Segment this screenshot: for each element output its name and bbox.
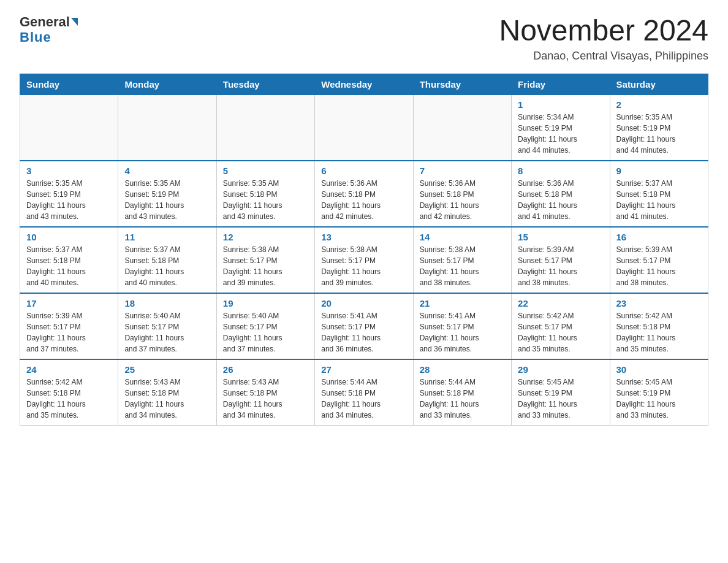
day-info: Sunrise: 5:45 AM Sunset: 5:19 PM Dayligh… xyxy=(616,377,702,421)
day-info: Sunrise: 5:42 AM Sunset: 5:17 PM Dayligh… xyxy=(518,310,603,354)
calendar-week-row: 3Sunrise: 5:35 AM Sunset: 5:19 PM Daylig… xyxy=(20,161,708,227)
calendar-cell: 4Sunrise: 5:35 AM Sunset: 5:19 PM Daylig… xyxy=(118,161,216,227)
calendar-cell: 18Sunrise: 5:40 AM Sunset: 5:17 PM Dayli… xyxy=(118,293,216,359)
day-number: 2 xyxy=(616,99,702,110)
day-info: Sunrise: 5:35 AM Sunset: 5:19 PM Dayligh… xyxy=(26,178,112,222)
calendar-header-friday: Friday xyxy=(512,74,610,94)
day-number: 3 xyxy=(26,166,112,176)
day-number: 11 xyxy=(124,232,210,242)
day-info: Sunrise: 5:43 AM Sunset: 5:18 PM Dayligh… xyxy=(223,377,308,421)
day-number: 19 xyxy=(223,298,308,308)
day-info: Sunrise: 5:42 AM Sunset: 5:18 PM Dayligh… xyxy=(26,377,112,421)
day-number: 5 xyxy=(223,166,308,176)
calendar-header-row: SundayMondayTuesdayWednesdayThursdayFrid… xyxy=(20,74,708,94)
day-number: 1 xyxy=(518,99,603,110)
day-info: Sunrise: 5:45 AM Sunset: 5:19 PM Dayligh… xyxy=(518,377,603,421)
day-info: Sunrise: 5:39 AM Sunset: 5:17 PM Dayligh… xyxy=(616,244,702,288)
calendar-header-tuesday: Tuesday xyxy=(216,74,314,94)
day-number: 10 xyxy=(26,232,112,242)
calendar-week-row: 1Sunrise: 5:34 AM Sunset: 5:19 PM Daylig… xyxy=(20,94,708,161)
day-info: Sunrise: 5:37 AM Sunset: 5:18 PM Dayligh… xyxy=(616,178,702,222)
calendar-cell: 2Sunrise: 5:35 AM Sunset: 5:19 PM Daylig… xyxy=(610,94,708,161)
header: General Blue November 2024 Danao, Centra… xyxy=(20,15,708,63)
calendar-cell: 23Sunrise: 5:42 AM Sunset: 5:18 PM Dayli… xyxy=(610,293,708,359)
calendar-table: SundayMondayTuesdayWednesdayThursdayFrid… xyxy=(20,74,708,426)
calendar-cell: 19Sunrise: 5:40 AM Sunset: 5:17 PM Dayli… xyxy=(216,293,314,359)
calendar-cell: 10Sunrise: 5:37 AM Sunset: 5:18 PM Dayli… xyxy=(20,227,118,293)
calendar-cell: 22Sunrise: 5:42 AM Sunset: 5:17 PM Dayli… xyxy=(512,293,610,359)
day-number: 12 xyxy=(223,232,308,242)
day-info: Sunrise: 5:41 AM Sunset: 5:17 PM Dayligh… xyxy=(321,310,406,354)
calendar-cell xyxy=(216,94,314,161)
day-number: 8 xyxy=(518,166,603,176)
calendar-header-sunday: Sunday xyxy=(20,74,118,94)
logo-bottom-line: Blue xyxy=(20,29,51,45)
calendar-cell: 28Sunrise: 5:44 AM Sunset: 5:18 PM Dayli… xyxy=(413,359,511,426)
day-number: 21 xyxy=(420,298,505,308)
day-info: Sunrise: 5:41 AM Sunset: 5:17 PM Dayligh… xyxy=(420,310,505,354)
calendar-cell: 30Sunrise: 5:45 AM Sunset: 5:19 PM Dayli… xyxy=(610,359,708,426)
calendar-week-row: 17Sunrise: 5:39 AM Sunset: 5:17 PM Dayli… xyxy=(20,293,708,359)
logo-triangle-icon xyxy=(71,18,78,26)
day-info: Sunrise: 5:42 AM Sunset: 5:18 PM Dayligh… xyxy=(616,310,702,354)
calendar-cell: 1Sunrise: 5:34 AM Sunset: 5:19 PM Daylig… xyxy=(512,94,610,161)
day-info: Sunrise: 5:43 AM Sunset: 5:18 PM Dayligh… xyxy=(124,377,210,421)
day-number: 29 xyxy=(518,364,603,375)
calendar-cell xyxy=(118,94,216,161)
calendar-week-row: 10Sunrise: 5:37 AM Sunset: 5:18 PM Dayli… xyxy=(20,227,708,293)
day-info: Sunrise: 5:38 AM Sunset: 5:17 PM Dayligh… xyxy=(321,244,406,288)
day-number: 18 xyxy=(124,298,210,308)
calendar-cell: 3Sunrise: 5:35 AM Sunset: 5:19 PM Daylig… xyxy=(20,161,118,227)
day-info: Sunrise: 5:37 AM Sunset: 5:18 PM Dayligh… xyxy=(26,244,112,288)
calendar-cell: 11Sunrise: 5:37 AM Sunset: 5:18 PM Dayli… xyxy=(118,227,216,293)
calendar-cell: 13Sunrise: 5:38 AM Sunset: 5:17 PM Dayli… xyxy=(315,227,413,293)
day-info: Sunrise: 5:34 AM Sunset: 5:19 PM Dayligh… xyxy=(518,112,603,156)
day-info: Sunrise: 5:35 AM Sunset: 5:18 PM Dayligh… xyxy=(223,178,308,222)
day-number: 7 xyxy=(420,166,505,176)
day-number: 28 xyxy=(420,364,505,375)
day-number: 6 xyxy=(321,166,406,176)
day-number: 20 xyxy=(321,298,406,308)
logo-general: General xyxy=(20,14,78,29)
calendar-header-saturday: Saturday xyxy=(610,74,708,94)
calendar-header-thursday: Thursday xyxy=(413,74,511,94)
day-info: Sunrise: 5:36 AM Sunset: 5:18 PM Dayligh… xyxy=(518,178,603,222)
day-number: 30 xyxy=(616,364,702,375)
calendar-cell: 24Sunrise: 5:42 AM Sunset: 5:18 PM Dayli… xyxy=(20,359,118,426)
day-number: 13 xyxy=(321,232,406,242)
calendar-cell: 21Sunrise: 5:41 AM Sunset: 5:17 PM Dayli… xyxy=(413,293,511,359)
day-number: 9 xyxy=(616,166,702,176)
subtitle: Danao, Central Visayas, Philippines xyxy=(499,50,708,63)
day-number: 16 xyxy=(616,232,702,242)
logo-blue-text: Blue xyxy=(20,29,51,45)
day-info: Sunrise: 5:36 AM Sunset: 5:18 PM Dayligh… xyxy=(321,178,406,222)
main-title: November 2024 xyxy=(499,15,708,47)
day-number: 14 xyxy=(420,232,505,242)
calendar-cell: 27Sunrise: 5:44 AM Sunset: 5:18 PM Dayli… xyxy=(315,359,413,426)
calendar-cell: 29Sunrise: 5:45 AM Sunset: 5:19 PM Dayli… xyxy=(512,359,610,426)
day-info: Sunrise: 5:38 AM Sunset: 5:17 PM Dayligh… xyxy=(420,244,505,288)
day-info: Sunrise: 5:44 AM Sunset: 5:18 PM Dayligh… xyxy=(321,377,406,421)
day-info: Sunrise: 5:40 AM Sunset: 5:17 PM Dayligh… xyxy=(223,310,308,354)
calendar-cell xyxy=(20,94,118,161)
calendar-cell xyxy=(315,94,413,161)
day-number: 26 xyxy=(223,364,308,375)
calendar-cell: 6Sunrise: 5:36 AM Sunset: 5:18 PM Daylig… xyxy=(315,161,413,227)
calendar-cell: 16Sunrise: 5:39 AM Sunset: 5:17 PM Dayli… xyxy=(610,227,708,293)
day-number: 24 xyxy=(26,364,112,375)
calendar-cell: 7Sunrise: 5:36 AM Sunset: 5:18 PM Daylig… xyxy=(413,161,511,227)
calendar-week-row: 24Sunrise: 5:42 AM Sunset: 5:18 PM Dayli… xyxy=(20,359,708,426)
calendar-cell: 14Sunrise: 5:38 AM Sunset: 5:17 PM Dayli… xyxy=(413,227,511,293)
day-info: Sunrise: 5:44 AM Sunset: 5:18 PM Dayligh… xyxy=(420,377,505,421)
title-area: November 2024 Danao, Central Visayas, Ph… xyxy=(499,15,708,63)
calendar-cell: 25Sunrise: 5:43 AM Sunset: 5:18 PM Dayli… xyxy=(118,359,216,426)
logo: General Blue xyxy=(20,15,78,45)
calendar-cell: 5Sunrise: 5:35 AM Sunset: 5:18 PM Daylig… xyxy=(216,161,314,227)
day-info: Sunrise: 5:40 AM Sunset: 5:17 PM Dayligh… xyxy=(124,310,210,354)
calendar-header-wednesday: Wednesday xyxy=(315,74,413,94)
calendar-cell: 8Sunrise: 5:36 AM Sunset: 5:18 PM Daylig… xyxy=(512,161,610,227)
day-info: Sunrise: 5:37 AM Sunset: 5:18 PM Dayligh… xyxy=(124,244,210,288)
day-info: Sunrise: 5:36 AM Sunset: 5:18 PM Dayligh… xyxy=(420,178,505,222)
calendar-cell: 26Sunrise: 5:43 AM Sunset: 5:18 PM Dayli… xyxy=(216,359,314,426)
day-number: 4 xyxy=(124,166,210,176)
